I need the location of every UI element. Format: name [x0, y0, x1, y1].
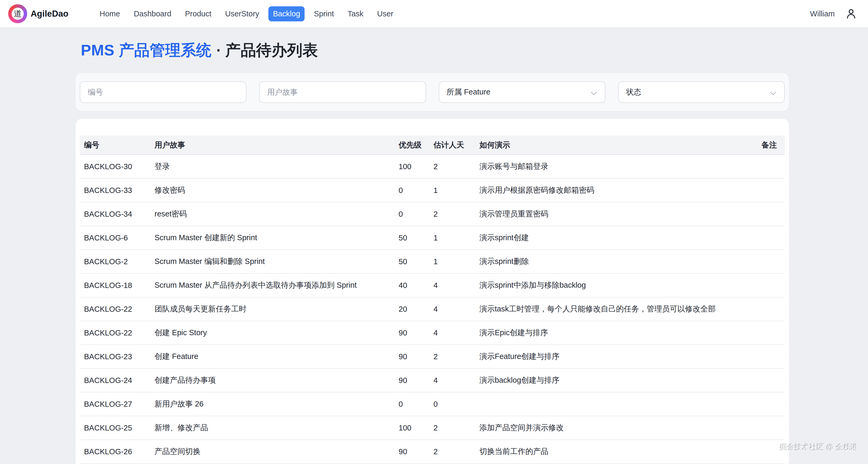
story-filter-field [259, 81, 426, 103]
cell-story: 新用户故事 26 [150, 392, 394, 416]
backlog-row[interactable]: BACKLOG-2 Scrum Master 编辑和删除 Sprint 50 1… [80, 250, 785, 273]
brand-logo[interactable]: 道 [8, 4, 27, 23]
backlog-row[interactable]: BACKLOG-24 创建产品待办事项 90 4 演示backlog创建与排序 [80, 368, 785, 392]
cell-story: 创建 Feature [150, 345, 394, 368]
cell-demo: 演示Feature创建与排序 [475, 345, 737, 368]
backlog-row[interactable]: BACKLOG-30 登录 100 2 演示账号与邮箱登录 [80, 155, 785, 178]
cell-id: BACKLOG-6 [80, 226, 150, 250]
cell-demo: 演示用户根据原密码修改邮箱密码 [475, 178, 737, 202]
cell-days: 1 [429, 178, 475, 202]
cell-days: 4 [429, 273, 475, 297]
cell-demo: 添加产品空间并演示修改 [475, 416, 737, 440]
cell-id: BACKLOG-25 [80, 416, 150, 440]
cell-priority: 90 [394, 321, 429, 345]
backlog-row[interactable]: BACKLOG-18 Scrum Master 从产品待办列表中选取待办事项添加… [80, 273, 785, 297]
cell-priority: 0 [394, 392, 429, 416]
nav-link[interactable]: Home [100, 9, 120, 18]
cell-note [737, 440, 785, 463]
cell-id: BACKLOG-22 [80, 321, 150, 345]
cell-priority: 20 [394, 297, 429, 321]
filter-bar: 所属 Feature 状态 [75, 73, 789, 111]
cell-days: 0 [429, 392, 475, 416]
cell-demo: 演示sprint中添加与移除backlog [475, 273, 737, 297]
backlog-row[interactable]: BACKLOG-22 团队成员每天更新任务工时 20 4 演示task工时管理，… [80, 297, 785, 321]
cell-note [737, 345, 785, 368]
cell-story: 新增、修改产品 [150, 416, 394, 440]
user-name[interactable]: William [810, 9, 835, 18]
cell-demo: 演示task工时管理，每个人只能修改自己的任务，管理员可以修改全部 [475, 297, 737, 321]
watermark: 掘金技术社区 @ 全栈港 [780, 443, 859, 453]
cell-days: 2 [429, 440, 475, 463]
col-header-id: 编号 [80, 136, 150, 155]
nav-link[interactable]: Product [185, 9, 211, 18]
page-title-primary: PMS 产品管理系统 [81, 41, 212, 59]
user-icon[interactable] [845, 8, 857, 20]
backlog-row[interactable]: BACKLOG-26 产品空间切换 90 2 切换当前工作的产品 [80, 440, 785, 463]
navbar: 道 AgileDao Home Dashboard Product UserSt… [0, 0, 868, 28]
cell-story: Scrum Master 创建新的 Sprint [150, 226, 394, 250]
cell-days: 2 [429, 202, 475, 226]
cell-days: 1 [429, 226, 475, 250]
cell-priority: 100 [394, 155, 429, 178]
id-filter-input[interactable] [80, 82, 246, 102]
cell-days: 4 [429, 321, 475, 345]
story-filter-input[interactable] [260, 82, 425, 102]
cell-priority: 0 [394, 202, 429, 226]
cell-priority: 100 [394, 416, 429, 440]
cell-id: BACKLOG-34 [80, 202, 150, 226]
table-header-row: 编号 用户故事 优先级 估计人天 如何演示 备注 [80, 136, 785, 155]
id-filter-field [80, 81, 246, 103]
nav-right: William [810, 8, 857, 20]
chevron-down-icon [591, 89, 597, 95]
logo-glyph: 道 [11, 8, 24, 20]
cell-id: BACKLOG-26 [80, 440, 150, 463]
cell-note [737, 273, 785, 297]
backlog-row[interactable]: BACKLOG-22 创建 Epic Story 90 4 演示Epic创建与排… [80, 321, 785, 345]
cell-days: 2 [429, 416, 475, 440]
nav-link[interactable]: Sprint [314, 9, 334, 18]
cell-days: 2 [429, 155, 475, 178]
col-header-days: 估计人天 [429, 136, 475, 155]
backlog-row[interactable]: BACKLOG-25 新增、修改产品 100 2 添加产品空间并演示修改 [80, 416, 785, 440]
status-filter-select[interactable]: 状态 [618, 81, 785, 103]
cell-id: BACKLOG-24 [80, 368, 150, 392]
feature-select-value: 所属 Feature [439, 87, 491, 97]
col-header-note: 备注 [737, 136, 785, 155]
cell-id: BACKLOG-18 [80, 273, 150, 297]
cell-id: BACKLOG-22 [80, 297, 150, 321]
cell-days: 4 [429, 368, 475, 392]
backlog-row[interactable]: BACKLOG-27 新用户故事 26 0 0 [80, 392, 785, 416]
cell-demo: 演示账号与邮箱登录 [475, 155, 737, 178]
cell-days: 2 [429, 345, 475, 368]
feature-filter-select[interactable]: 所属 Feature [439, 81, 606, 103]
col-header-priority: 优先级 [394, 136, 429, 155]
cell-days: 1 [429, 250, 475, 273]
backlog-table: 编号 用户故事 优先级 估计人天 如何演示 备注 BACKLOG-30 登录 1… [80, 136, 785, 464]
backlog-row[interactable]: BACKLOG-33 修改密码 0 1 演示用户根据原密码修改邮箱密码 [80, 178, 785, 202]
cell-priority: 40 [394, 273, 429, 297]
cell-story: 修改密码 [150, 178, 394, 202]
cell-priority: 90 [394, 345, 429, 368]
cell-note [737, 250, 785, 273]
nav-link[interactable]: UserStory [225, 9, 259, 18]
nav-link[interactable]: Dashboard [134, 9, 171, 18]
col-header-story: 用户故事 [150, 136, 394, 155]
nav-link[interactable]: User [377, 9, 393, 18]
cell-note [737, 178, 785, 202]
cell-note [737, 368, 785, 392]
cell-story: 创建产品待办事项 [150, 368, 394, 392]
page-content: PMS 产品管理系统·产品待办列表 所属 Feature 状态 编号 用户故事 … [75, 40, 789, 464]
status-select-value: 状态 [619, 87, 641, 97]
cell-priority: 50 [394, 250, 429, 273]
cell-note [737, 202, 785, 226]
cell-story: 创建 Epic Story [150, 321, 394, 345]
cell-story: 产品空间切换 [150, 440, 394, 463]
backlog-row[interactable]: BACKLOG-23 创建 Feature 90 2 演示Feature创建与排… [80, 345, 785, 368]
backlog-row[interactable]: BACKLOG-6 Scrum Master 创建新的 Sprint 50 1 … [80, 226, 785, 250]
cell-story: Scrum Master 编辑和删除 Sprint [150, 250, 394, 273]
cell-note [737, 155, 785, 178]
nav-link[interactable]: Task [348, 9, 364, 18]
nav-link[interactable]: Backlog [268, 6, 305, 21]
cell-id: BACKLOG-27 [80, 392, 150, 416]
backlog-row[interactable]: BACKLOG-34 reset密码 0 2 演示管理员重置密码 [80, 202, 785, 226]
